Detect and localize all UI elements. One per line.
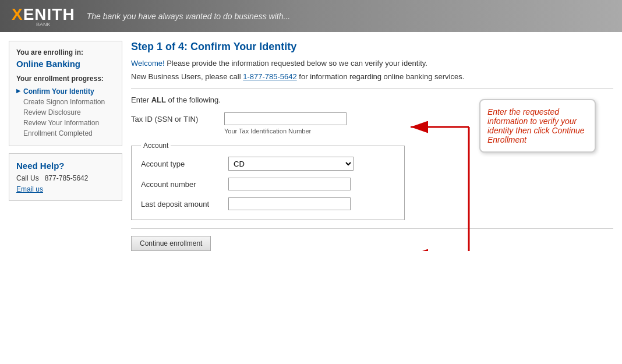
enrolling-label: You are enrolling in:: [16, 48, 115, 56]
account-number-input[interactable]: [228, 178, 351, 190]
business-note-post: for information regarding online banking…: [297, 72, 465, 81]
step-review-disclosure: Review Disclosure: [16, 107, 115, 118]
last-deposit-input[interactable]: [228, 197, 351, 210]
enrollment-box: You are enrolling in: Online Banking You…: [9, 41, 122, 146]
step-number: Step 1 of 4:: [131, 41, 188, 52]
account-fieldset: Account Account type CD Checking Savings…: [131, 142, 405, 220]
continue-enrollment-button[interactable]: Continue enrollment: [131, 236, 211, 251]
step-confirm-identity: Confirm Your Identity: [16, 86, 115, 97]
enter-all-pre: Enter: [131, 96, 151, 104]
step-title-text: Confirm Your Identity: [190, 41, 296, 52]
logo: XENITH BANK: [12, 5, 75, 27]
business-note: New Business Users, please call 1-877-78…: [131, 72, 613, 81]
progress-label: Your enrollment progress:: [16, 75, 115, 83]
step-title: Step 1 of 4: Confirm Your Identity: [131, 41, 613, 53]
call-label: Call Us: [16, 174, 39, 182]
help-phone: 877-785-5642: [45, 174, 89, 182]
welcome-intro: Welcome!: [131, 59, 165, 68]
account-type-select[interactable]: CD Checking Savings Money Market: [228, 157, 354, 171]
business-note-pre: New Business Users, please call: [131, 72, 243, 81]
account-type-label: Account type: [141, 160, 228, 168]
account-type-row: Account type CD Checking Savings Money M…: [141, 157, 395, 171]
call-info: Call Us 877-785-5642: [16, 174, 115, 182]
welcome-text: Welcome! Please provide the information …: [131, 59, 613, 68]
step-enrollment-completed: Enrollment Completed: [16, 128, 115, 139]
business-phone-link[interactable]: 1-877-785-5642: [243, 72, 297, 81]
divider-top: [131, 88, 613, 89]
step-review-information: Review Your Information: [16, 118, 115, 128]
sidebar: You are enrolling in: Online Banking You…: [9, 41, 122, 251]
content-area: Step 1 of 4: Confirm Your Identity Welco…: [131, 41, 613, 251]
account-number-row: Account number: [141, 178, 395, 190]
enter-all-bold: ALL: [151, 96, 166, 104]
last-deposit-row: Last deposit amount: [141, 197, 395, 210]
tooltip-box: Enter the requested information to verif…: [479, 99, 596, 153]
tax-id-input[interactable]: [224, 112, 347, 125]
tax-id-label: Tax ID (SSN or TIN): [131, 115, 224, 123]
account-number-label: Account number: [141, 180, 228, 189]
account-legend: Account: [141, 142, 171, 150]
content-inner: Step 1 of 4: Confirm Your Identity Welco…: [131, 41, 613, 251]
divider-bottom: [131, 228, 613, 229]
last-deposit-label: Last deposit amount: [141, 200, 228, 208]
help-box: Need Help? Call Us 877-785-5642 Email us: [9, 153, 122, 201]
header: XENITH BANK The bank you have always wan…: [0, 0, 622, 32]
main-layout: You are enrolling in: Online Banking You…: [0, 32, 622, 260]
service-name: Online Banking: [16, 59, 115, 69]
email-us-link[interactable]: Email us: [16, 185, 43, 193]
enter-all-post: of the following.: [166, 96, 221, 104]
welcome-body: Please provide the information requested…: [165, 59, 427, 68]
tagline: The bank you have always wanted to do bu…: [87, 12, 290, 21]
logo-area: XENITH BANK: [12, 5, 75, 27]
help-title: Need Help?: [16, 161, 115, 171]
step-create-signon: Create Signon Information: [16, 97, 115, 107]
